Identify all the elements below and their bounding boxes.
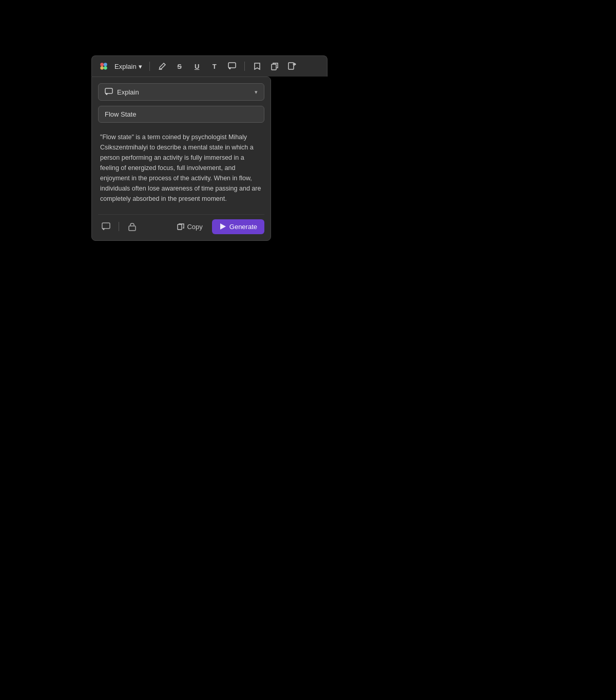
generate-button[interactable]: Generate bbox=[212, 219, 264, 234]
explain-toolbar-button[interactable]: Explain ▾ bbox=[112, 62, 144, 71]
svg-rect-6 bbox=[288, 63, 294, 69]
svg-point-0 bbox=[100, 63, 104, 66]
copy-doc-icon-button[interactable] bbox=[267, 59, 282, 73]
result-area: "Flow state" is a term coined by psychol… bbox=[98, 128, 264, 208]
text-icon: T bbox=[213, 63, 217, 70]
explain-toolbar-chevron: ▾ bbox=[139, 63, 142, 70]
svg-marker-11 bbox=[220, 223, 226, 230]
svg-rect-7 bbox=[105, 88, 112, 93]
underline-icon: U bbox=[195, 63, 199, 70]
explain-selector[interactable]: Explain ▾ bbox=[98, 83, 264, 101]
explain-selector-label: Explain bbox=[117, 88, 139, 96]
chat-icon-button[interactable] bbox=[98, 219, 113, 234]
bottom-left bbox=[98, 219, 172, 234]
share-icon-button[interactable] bbox=[285, 59, 299, 73]
bottom-divider bbox=[119, 222, 119, 231]
text-icon-button[interactable]: T bbox=[207, 59, 222, 73]
svg-point-1 bbox=[104, 63, 107, 66]
svg-point-3 bbox=[104, 66, 107, 70]
lock-icon-button[interactable] bbox=[124, 219, 140, 234]
explain-selector-left: Explain bbox=[105, 88, 139, 96]
generate-icon bbox=[219, 223, 226, 230]
underline-icon-button[interactable]: U bbox=[190, 59, 204, 73]
bookmark-icon-button[interactable] bbox=[250, 59, 264, 73]
comment-icon-button[interactable] bbox=[225, 59, 239, 73]
generate-label: Generate bbox=[229, 223, 257, 231]
toolbar-divider-2 bbox=[244, 62, 245, 71]
bottom-bar: Copy Generate bbox=[98, 214, 264, 234]
strikethrough-icon: S bbox=[177, 63, 182, 70]
svg-rect-9 bbox=[129, 226, 136, 231]
explain-selector-icon bbox=[105, 88, 113, 96]
strikethrough-icon-button[interactable]: S bbox=[172, 59, 187, 73]
explain-panel: Explain ▾ "Flow state" is a term coined … bbox=[91, 77, 271, 241]
toolbar: Explain ▾ S U T bbox=[91, 55, 328, 77]
toolbar-divider-1 bbox=[149, 62, 150, 71]
svg-rect-5 bbox=[272, 64, 276, 70]
svg-rect-4 bbox=[228, 63, 236, 68]
explain-toolbar-label: Explain bbox=[114, 63, 137, 70]
explain-selector-chevron: ▾ bbox=[255, 89, 258, 96]
copy-button[interactable]: Copy bbox=[172, 220, 207, 234]
bottom-right: Copy Generate bbox=[172, 219, 264, 234]
svg-rect-8 bbox=[102, 223, 110, 229]
copy-label: Copy bbox=[187, 223, 202, 231]
flow-state-input[interactable] bbox=[98, 106, 264, 123]
svg-rect-10 bbox=[178, 224, 182, 230]
svg-point-2 bbox=[100, 66, 104, 70]
result-text: "Flow state" is a term coined by psychol… bbox=[100, 132, 262, 204]
app-logo bbox=[98, 61, 109, 72]
copy-icon bbox=[177, 223, 184, 230]
highlight-icon-button[interactable] bbox=[155, 59, 169, 73]
